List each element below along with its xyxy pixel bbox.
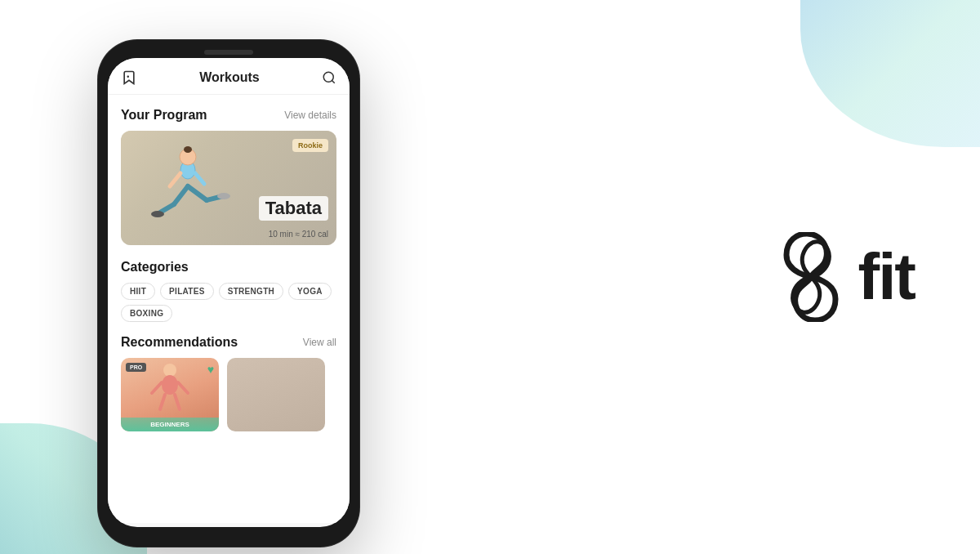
svg-line-19: [175, 395, 180, 409]
brand-logo-section: fit: [774, 232, 915, 322]
categories-header: Categories: [121, 260, 336, 275]
category-pilates[interactable]: PILATES: [160, 283, 214, 300]
workout-stats: 10 min ≈ 210 cal: [269, 230, 328, 239]
svg-point-14: [163, 364, 176, 377]
phone-notch-area: [108, 50, 350, 55]
svg-line-8: [174, 186, 188, 204]
search-icon[interactable]: [322, 70, 336, 85]
categories-title: Categories: [121, 260, 189, 275]
bookmark-icon[interactable]: [121, 69, 137, 86]
recommendations-header: Recommendations View all: [121, 335, 336, 350]
svg-point-15: [162, 375, 178, 395]
app-header: Workouts: [108, 58, 350, 95]
category-yoga[interactable]: YOGA: [288, 283, 332, 300]
svg-point-4: [184, 146, 192, 153]
main-container: Workouts Your Program View details: [0, 0, 980, 554]
svg-point-12: [151, 211, 164, 217]
your-program-title: Your Program: [121, 108, 207, 123]
workout-name: Tabata: [259, 196, 328, 221]
svg-line-1: [332, 80, 334, 83]
recommendation-cards-container: PRO ♥: [121, 358, 336, 431]
header-title: Workouts: [199, 70, 259, 85]
view-details-link[interactable]: View details: [284, 109, 336, 121]
category-boxing[interactable]: BOXING: [121, 305, 172, 322]
view-all-link[interactable]: View all: [303, 337, 336, 348]
logo-text: fit: [858, 244, 915, 310]
recommendations-title: Recommendations: [121, 335, 238, 350]
category-strength[interactable]: STRENGTH: [219, 283, 283, 300]
svg-line-9: [160, 204, 174, 212]
rec-person-illustration: [129, 362, 211, 415]
recommendation-card-1[interactable]: PRO ♥: [121, 358, 219, 431]
category-hiit[interactable]: HIIT: [121, 283, 155, 300]
recommendation-card-2[interactable]: [227, 358, 325, 431]
svg-line-16: [152, 382, 162, 393]
svg-line-17: [178, 382, 188, 393]
phone-mockup: Workouts Your Program View details: [98, 40, 359, 547]
workout-person-illustration: [137, 139, 235, 245]
phone-screen: Workouts Your Program View details: [108, 58, 350, 527]
category-pills-container: HIIT PILATES STRENGTH YOGA BOXING: [121, 283, 336, 322]
phone-outer-shell: Workouts Your Program View details: [98, 40, 359, 547]
svg-line-10: [188, 186, 207, 200]
app-content: Your Program View details: [108, 95, 350, 523]
your-program-header: Your Program View details: [121, 108, 336, 123]
svg-point-13: [217, 193, 230, 199]
logo-symbol-svg: [774, 232, 848, 322]
phone-notch: [204, 50, 253, 55]
svg-line-7: [195, 173, 204, 184]
svg-line-18: [160, 395, 165, 409]
svg-line-6: [170, 173, 180, 186]
svg-point-0: [323, 72, 333, 82]
categories-section: Categories HIIT PILATES STRENGTH YOGA BO…: [121, 260, 336, 322]
program-card[interactable]: Rookie Tabata 10 min ≈ 210 cal: [121, 131, 336, 245]
recommendations-section: Recommendations View all PRO ♥: [121, 335, 336, 431]
beginners-badge: BEGINNERS: [121, 418, 219, 431]
rookie-badge: Rookie: [292, 139, 328, 152]
